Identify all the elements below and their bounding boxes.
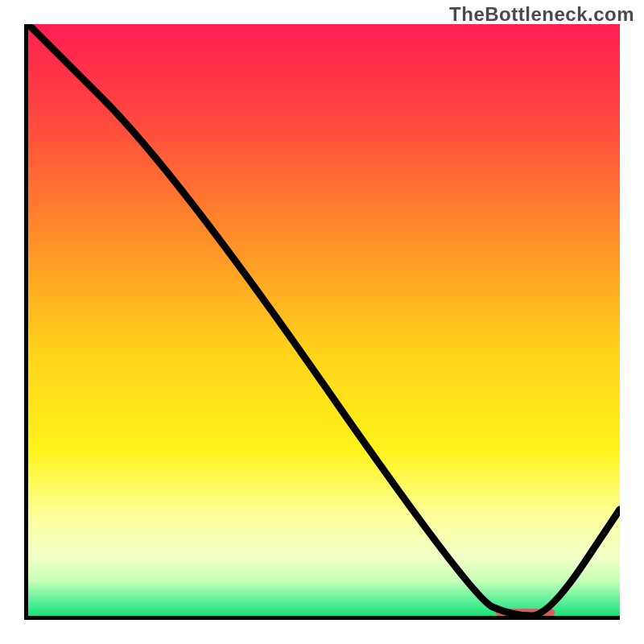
chart-svg <box>28 24 620 616</box>
plot-area <box>24 24 620 620</box>
watermark-text: TheBottleneck.com <box>449 3 634 26</box>
chart-container: TheBottleneck.com <box>0 0 644 644</box>
